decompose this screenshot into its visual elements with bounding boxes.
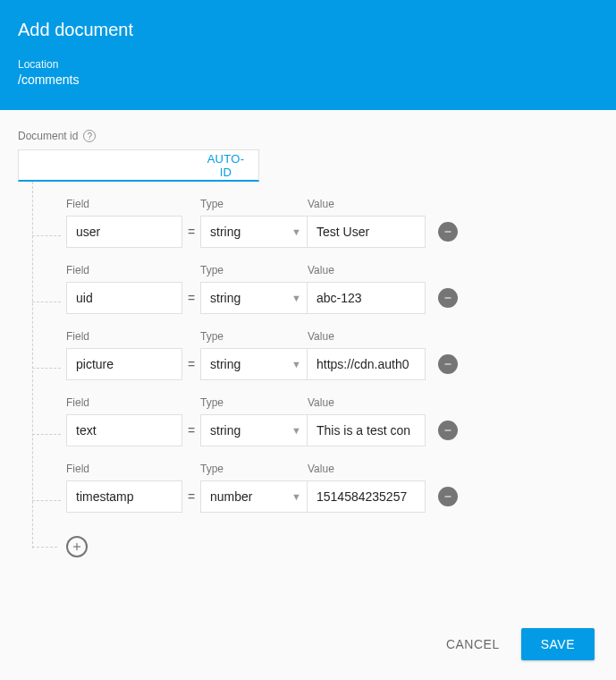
remove-field-button[interactable]: [438, 222, 458, 242]
remove-field-button[interactable]: [438, 421, 458, 440]
field-type-select[interactable]: number ▼: [200, 480, 308, 513]
field-name-input[interactable]: [66, 348, 182, 380]
field-type-value: number: [210, 489, 252, 504]
field-column-label: Field: [66, 198, 200, 210]
minus-icon: [443, 491, 453, 502]
chevron-down-icon: ▼: [291, 293, 301, 303]
field-name-input[interactable]: [66, 216, 182, 248]
field-row: Field Type Value = string ▼: [32, 380, 598, 446]
equals-sign: =: [182, 291, 200, 305]
field-value-input[interactable]: [308, 348, 426, 380]
field-row: Field Type Value = string ▼: [32, 182, 598, 248]
field-type-value: string: [210, 357, 240, 371]
field-name-input[interactable]: [66, 414, 182, 446]
add-document-dialog: Add document Location /comments Document…: [0, 0, 616, 680]
equals-sign: =: [182, 357, 200, 371]
document-id-input[interactable]: [19, 150, 193, 180]
dialog-header: Add document Location /comments: [0, 0, 616, 110]
field-column-label: Field: [66, 463, 200, 475]
plus-icon: [71, 540, 83, 553]
equals-sign: =: [182, 423, 200, 438]
location-label: Location: [18, 58, 598, 71]
help-icon[interactable]: ?: [83, 130, 96, 142]
add-field-button[interactable]: [66, 536, 88, 557]
field-row: Field Type Value = string ▼: [32, 314, 598, 380]
type-column-label: Type: [200, 330, 308, 343]
dialog-title: Add document: [18, 20, 598, 40]
equals-sign: =: [182, 489, 200, 504]
type-column-label: Type: [200, 264, 308, 276]
field-column-label: Field: [66, 264, 200, 276]
type-column-label: Type: [200, 198, 308, 210]
document-id-input-wrap: AUTO-ID: [18, 149, 259, 182]
field-type-select[interactable]: string ▼: [200, 216, 308, 248]
field-type-select[interactable]: string ▼: [200, 348, 308, 380]
field-value-input[interactable]: [308, 282, 426, 314]
chevron-down-icon: ▼: [291, 226, 301, 237]
value-column-label: Value: [308, 330, 433, 343]
add-field-row: [32, 513, 598, 566]
field-column-label: Field: [66, 330, 200, 343]
remove-field-button[interactable]: [438, 354, 458, 374]
field-type-value: string: [210, 225, 240, 239]
value-column-label: Value: [308, 198, 433, 210]
cancel-button[interactable]: CANCEL: [443, 630, 503, 659]
type-column-label: Type: [200, 396, 308, 409]
document-id-label-row: Document id ?: [18, 130, 598, 142]
value-column-label: Value: [308, 264, 433, 276]
field-column-label: Field: [66, 396, 200, 409]
chevron-down-icon: ▼: [291, 425, 301, 436]
minus-icon: [443, 293, 453, 303]
minus-icon: [443, 425, 453, 436]
save-button[interactable]: SAVE: [521, 628, 595, 660]
type-column-label: Type: [200, 463, 308, 475]
svg-rect-2: [445, 364, 451, 365]
value-column-label: Value: [308, 463, 433, 475]
svg-rect-1: [445, 298, 451, 299]
field-type-value: string: [210, 423, 240, 438]
field-type-value: string: [210, 291, 240, 305]
value-column-label: Value: [308, 396, 433, 409]
fields-tree: Field Type Value = string ▼: [32, 182, 598, 566]
equals-sign: =: [182, 225, 200, 239]
remove-field-button[interactable]: [438, 487, 458, 506]
location-path: /comments: [18, 72, 598, 87]
field-type-select[interactable]: string ▼: [200, 282, 308, 314]
svg-rect-6: [73, 546, 80, 547]
chevron-down-icon: ▼: [291, 491, 301, 502]
field-name-input[interactable]: [66, 480, 182, 513]
svg-rect-3: [445, 430, 451, 431]
field-row: Field Type Value = string ▼: [32, 248, 598, 314]
document-id-label: Document id: [18, 130, 78, 142]
minus-icon: [443, 359, 453, 370]
remove-field-button[interactable]: [438, 288, 458, 308]
dialog-footer: CANCEL SAVE: [0, 612, 616, 680]
svg-rect-4: [445, 497, 451, 497]
field-value-input[interactable]: [308, 480, 426, 513]
field-row: Field Type Value = number ▼: [32, 446, 598, 513]
field-value-input[interactable]: [308, 216, 426, 248]
dialog-body: Document id ? AUTO-ID Field Type Value =…: [0, 110, 616, 612]
field-type-select[interactable]: string ▼: [200, 414, 308, 446]
auto-id-button[interactable]: AUTO-ID: [193, 150, 258, 180]
field-name-input[interactable]: [66, 282, 182, 314]
svg-rect-0: [445, 232, 451, 233]
chevron-down-icon: ▼: [291, 359, 301, 370]
field-value-input[interactable]: [308, 414, 426, 446]
minus-icon: [443, 226, 453, 237]
